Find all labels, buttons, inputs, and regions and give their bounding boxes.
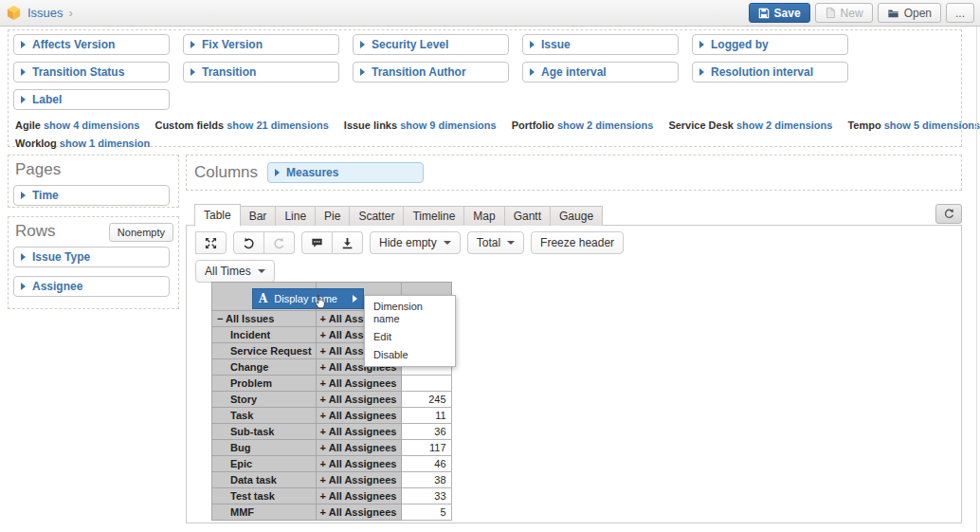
tab-pie[interactable]: Pie: [315, 206, 350, 226]
issue-type-cell[interactable]: −All Issues: [212, 311, 317, 327]
issue-type-cell[interactable]: Service Request: [212, 343, 317, 359]
assignee-cell[interactable]: + All Assignees: [316, 488, 401, 504]
dimension-group-worklog: Worklog show 1 dimension: [15, 138, 150, 149]
dimension-chip-security-level[interactable]: Security Level: [353, 34, 509, 55]
context-menu-display-name[interactable]: A Display name: [252, 288, 364, 309]
show-dimensions-link[interactable]: show 9 dimensions: [400, 119, 496, 131]
dimension-chip-affects-version[interactable]: Affects Version: [13, 34, 170, 55]
expand-arrows-icon: [205, 237, 217, 249]
table-row-mmf: MMF+ All Assignees5: [212, 504, 452, 521]
dimension-chip-age-interval[interactable]: Age interval: [522, 62, 679, 83]
new-button[interactable]: New: [815, 3, 873, 23]
tab-line[interactable]: Line: [275, 206, 316, 226]
tab-gantt[interactable]: Gantt: [504, 206, 551, 226]
context-menu-label: Display name: [274, 293, 337, 304]
table-row-data-task: Data task+ All Assignees38: [212, 472, 452, 488]
comments-button[interactable]: [301, 231, 333, 254]
assignee-cell[interactable]: + All Assignees: [316, 472, 401, 488]
issue-type-cell[interactable]: Sub-task: [212, 424, 317, 440]
issue-type-cell[interactable]: Change: [212, 359, 317, 376]
undo-icon: [243, 237, 255, 249]
pages-chip-time[interactable]: Time: [13, 185, 170, 206]
show-dimensions-link[interactable]: show 1 dimension: [60, 138, 150, 149]
assignee-cell[interactable]: + All Assignees: [316, 440, 401, 456]
issue-type-label: Task: [230, 410, 253, 421]
issue-type-cell[interactable]: Epic: [212, 456, 317, 472]
report-result-panel: Hide empty Total Freeze header All Times…: [186, 225, 962, 523]
time-filter-dropdown[interactable]: All Times: [195, 260, 275, 283]
issue-type-cell[interactable]: Task: [212, 408, 317, 424]
assignee-cell[interactable]: + All Assignees: [316, 424, 401, 440]
dimension-group-name: Tempo: [847, 119, 880, 131]
issue-type-cell[interactable]: Problem: [212, 376, 317, 392]
tab-timeline[interactable]: Timeline: [403, 206, 464, 226]
show-dimensions-link[interactable]: show 21 dimensions: [227, 119, 329, 131]
issue-type-cell[interactable]: MMF: [212, 504, 317, 521]
table-toolbar: Hide empty Total Freeze header: [195, 231, 624, 254]
tab-gauge[interactable]: Gauge: [550, 206, 603, 226]
assignee-cell[interactable]: + All Assignees: [316, 376, 401, 392]
issue-type-cell[interactable]: Story: [212, 392, 317, 408]
chip-label: Fix Version: [202, 38, 263, 51]
tab-table[interactable]: Table: [194, 204, 241, 227]
show-dimensions-link[interactable]: show 2 dimensions: [557, 119, 653, 131]
assignee-cell[interactable]: + All Assignees: [316, 456, 401, 472]
issue-type-cell[interactable]: Data task: [212, 472, 317, 488]
freeze-header-button[interactable]: Freeze header: [531, 231, 624, 254]
dimension-group-line: Worklog show 1 dimension: [15, 138, 956, 149]
caret-down-icon: [258, 269, 265, 273]
dimension-chip-transition[interactable]: Transition: [183, 62, 339, 83]
undo-button[interactable]: [233, 231, 264, 254]
issue-type-label: Change: [230, 361, 268, 373]
dimension-chip-transition-author[interactable]: Transition Author: [353, 62, 509, 83]
submenu-item-dimension-name[interactable]: Dimension name: [365, 298, 455, 328]
dimension-chip-resolution-interval[interactable]: Resolution interval: [692, 62, 848, 83]
rows-chip-issue-type[interactable]: Issue Type: [13, 247, 170, 267]
show-dimensions-link[interactable]: show 4 dimensions: [44, 119, 139, 131]
breadcrumb: Issues ›: [6, 5, 73, 21]
fullscreen-button[interactable]: [195, 231, 227, 254]
export-download-button[interactable]: [333, 231, 363, 254]
open-button[interactable]: Open: [878, 3, 941, 23]
chevron-right-icon: [21, 192, 26, 199]
refresh-button[interactable]: [935, 204, 962, 224]
breadcrumb-issues-link[interactable]: Issues: [27, 6, 64, 20]
submenu-item-disable[interactable]: Disable: [365, 346, 455, 364]
assignee-cell[interactable]: + All Assignees: [316, 408, 401, 424]
nonempty-toggle-button[interactable]: Nonempty: [109, 223, 173, 242]
chip-label: Measures: [286, 166, 338, 179]
hide-empty-dropdown[interactable]: Hide empty: [370, 231, 461, 254]
rows-chip-assignee[interactable]: Assignee: [13, 276, 170, 297]
collapse-icon[interactable]: −: [217, 313, 226, 324]
chip-label: Transition Status: [32, 65, 124, 79]
dimension-chip-transition-status[interactable]: Transition Status: [13, 62, 170, 83]
chip-label: Security Level: [372, 38, 448, 51]
issue-type-label: Epic: [230, 458, 252, 469]
issue-type-cell[interactable]: Test task: [212, 488, 317, 504]
comment-bubble-icon: [311, 237, 323, 248]
dimension-group-issue-links: Issue links show 9 dimensions: [344, 119, 497, 131]
issue-type-cell[interactable]: Incident: [212, 327, 317, 343]
redo-button[interactable]: [264, 231, 295, 254]
tab-bar[interactable]: Bar: [240, 206, 277, 226]
columns-chip-measures[interactable]: Measures: [267, 162, 424, 183]
tab-scatter[interactable]: Scatter: [349, 206, 404, 226]
total-dropdown[interactable]: Total: [467, 231, 524, 254]
dimension-chip-logged-by[interactable]: Logged by: [692, 34, 848, 55]
assignee-cell[interactable]: + All Assignees: [316, 504, 401, 521]
show-dimensions-link[interactable]: show 2 dimensions: [736, 119, 832, 131]
chevron-right-icon: [21, 253, 26, 261]
chevron-right-icon: [530, 68, 535, 76]
chevron-right-icon: [21, 96, 26, 103]
dimension-chip-label[interactable]: Label: [13, 89, 170, 110]
show-dimensions-link[interactable]: show 5 dimensions: [884, 119, 980, 131]
more-options-button[interactable]: ...: [946, 3, 974, 23]
dimension-group-agile: Agile show 4 dimensions: [15, 119, 139, 131]
assignee-cell[interactable]: + All Assignees: [316, 392, 401, 408]
dimension-chip-issue[interactable]: Issue: [522, 34, 679, 55]
dimension-chip-fix-version[interactable]: Fix Version: [183, 34, 339, 55]
save-button[interactable]: Save: [749, 3, 810, 23]
tab-map[interactable]: Map: [463, 206, 504, 226]
issue-type-cell[interactable]: Bug: [212, 440, 317, 456]
submenu-item-edit[interactable]: Edit: [365, 328, 455, 346]
